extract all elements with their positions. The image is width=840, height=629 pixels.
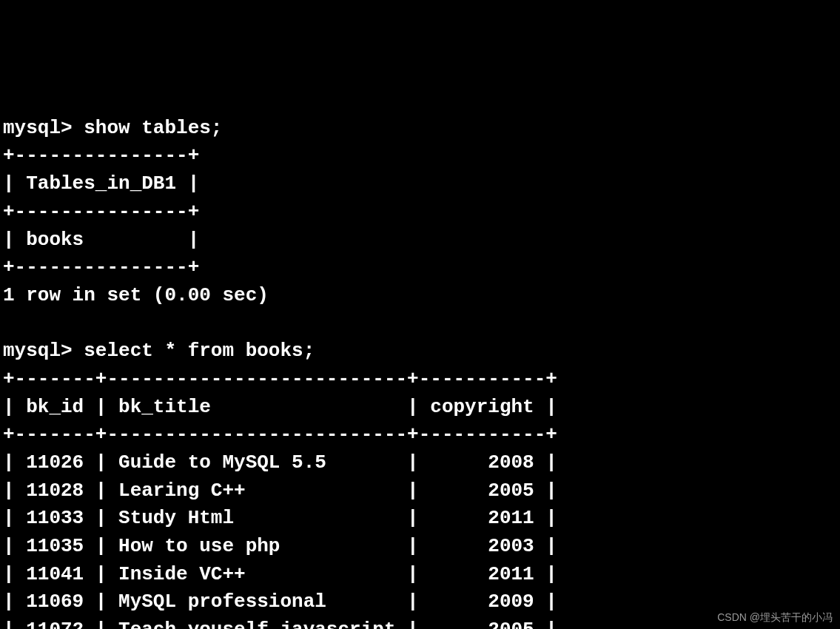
table-border: +---------------+ xyxy=(3,256,199,278)
table-border: +-------+--------------------------+----… xyxy=(3,423,557,445)
watermark: CSDN @埋头苦干的小冯 xyxy=(717,610,833,625)
table-border: +---------------+ xyxy=(3,201,199,223)
table-row: | 11026 | Guide to MySQL 5.5 | 2008 | xyxy=(3,451,557,474)
result-status: 1 row in set (0.00 sec) xyxy=(3,284,269,306)
table-row: | 11041 | Inside VC++ | 2011 | xyxy=(3,563,557,585)
table-row: | 11069 | MySQL professional | 2009 | xyxy=(3,591,557,613)
table-border: +---------------+ xyxy=(3,144,199,166)
prompt: mysql> xyxy=(3,340,84,362)
table-row: | 11028 | Learing C++ | 2005 | xyxy=(3,480,557,502)
prompt: mysql> xyxy=(3,117,84,139)
table-row: | 11035 | How to use php | 2003 | xyxy=(3,535,557,557)
table-row: | books | xyxy=(3,229,199,251)
table-header-row: | bk_id | bk_title | copyright | xyxy=(3,396,557,418)
table-header-row: | Tables_in_DB1 | xyxy=(3,172,199,195)
sql-command-show-tables: show tables; xyxy=(84,117,222,139)
table-row: | 11033 | Study Html | 2011 | xyxy=(3,507,557,529)
table-row: | 11072 | Teach youself javascript | 200… xyxy=(3,619,557,629)
table-border: +-------+--------------------------+----… xyxy=(3,368,557,390)
sql-command-select: select * from books; xyxy=(84,340,315,362)
terminal-output: mysql> show tables; +---------------+ | … xyxy=(3,115,837,629)
